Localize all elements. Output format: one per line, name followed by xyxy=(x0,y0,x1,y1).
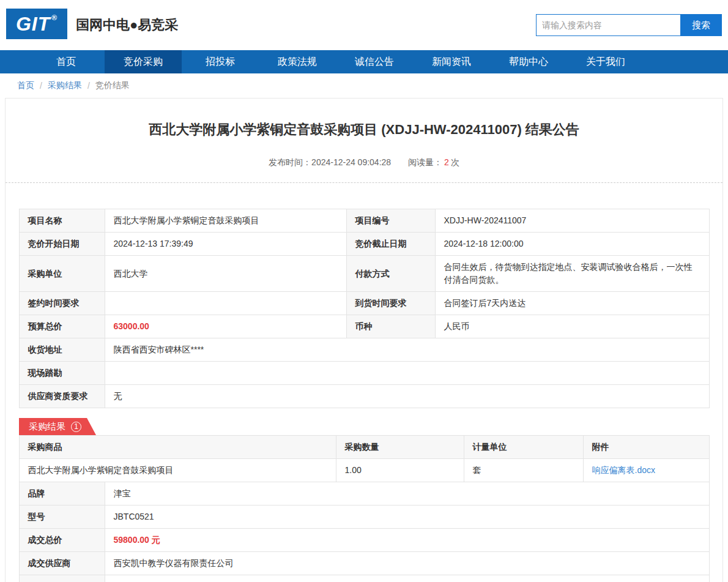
winning-supplier-value: 西安凯中教学仪器有限责任公司 xyxy=(105,552,709,575)
purchaser-value: 西北大学 xyxy=(105,256,346,292)
publish-time-value: 2024-12-24 09:04:28 xyxy=(311,157,391,167)
table-header-row: 采购商品 采购数量 计量单位 附件 xyxy=(19,436,709,459)
site-survey-label: 现场踏勘 xyxy=(19,362,105,385)
search-bar: 搜索 xyxy=(536,14,722,36)
table-row: 现场踏勘 xyxy=(19,362,709,385)
publish-time-label: 发布时间： xyxy=(269,157,311,167)
table-row: 项目名称 西北大学附属小学紫铜定音鼓采购项目 项目编号 XDJJ-HW-2024… xyxy=(19,209,709,233)
bid-start-date-value: 2024-12-13 17:39:49 xyxy=(105,233,346,256)
site-header: GIT® 国网中电●易竞采 搜索 xyxy=(0,0,728,50)
table-row: 成交供应商 西安凯中教学仪器有限责任公司 xyxy=(19,552,709,575)
table-row: 成交总价 59800.00 元 xyxy=(19,529,709,552)
breadcrumb-procurement-results[interactable]: 采购结果 xyxy=(48,80,82,91)
nav-item-integrity-notices[interactable]: 诚信公告 xyxy=(336,50,413,73)
views-count: 2 xyxy=(444,157,449,167)
site-name: 国网中电●易竞采 xyxy=(76,0,178,50)
article-meta: 发布时间：2024-12-24 09:04:28阅读量：2次 xyxy=(18,157,710,168)
table-row: 质保及售后服务 质保十年，三年内维护，其中免费质保一年，一年后有需更换零配件及维… xyxy=(19,575,709,582)
table-row: 竞价开始日期 2024-12-13 17:39:49 竞价截止日期 2024-1… xyxy=(19,233,709,256)
purchase-result-badge: 采购结果 1 xyxy=(19,418,96,435)
project-number-value: XDJJ-HW-202411007 xyxy=(435,209,709,233)
column-quantity: 采购数量 xyxy=(336,436,464,459)
search-input[interactable] xyxy=(536,14,680,36)
deal-total-price-label: 成交总价 xyxy=(19,529,105,552)
table-row: 西北大学附属小学紫铜定音鼓采购项目 1.00 套 响应偏离表.docx xyxy=(19,459,709,482)
breadcrumb-separator: / xyxy=(40,81,42,91)
budget-total-label: 预算总价 xyxy=(19,315,105,338)
site-survey-value xyxy=(105,362,709,385)
views-unit: 次 xyxy=(451,157,459,167)
main-nav: 首页 竞价采购 招投标 政策法规 诚信公告 新闻资讯 帮助中心 关于我们 xyxy=(0,50,728,73)
table-row: 品牌 津宝 xyxy=(19,482,709,506)
search-button[interactable]: 搜索 xyxy=(680,14,722,36)
currency-value: 人民币 xyxy=(435,315,709,338)
nav-item-policies[interactable]: 政策法规 xyxy=(259,50,336,73)
breadcrumb: 首页 / 采购结果 / 竞价结果 xyxy=(0,73,728,98)
supplier-qualification-value: 无 xyxy=(105,385,709,408)
winning-supplier-label: 成交供应商 xyxy=(19,552,105,575)
column-attachment: 附件 xyxy=(583,436,709,459)
breadcrumb-separator: / xyxy=(87,81,90,91)
purchaser-label: 采购单位 xyxy=(19,256,105,292)
breadcrumb-current: 竞价结果 xyxy=(95,80,130,91)
nav-item-about-us[interactable]: 关于我们 xyxy=(567,50,644,73)
page-title: 西北大学附属小学紫铜定音鼓采购项目 (XDJJ-HW-202411007) 结果… xyxy=(18,121,710,139)
bid-end-date-value: 2024-12-18 12:00:00 xyxy=(435,233,709,256)
goods-quantity-value: 1.00 xyxy=(336,459,464,482)
table-row: 预算总价 63000.00 币种 人民币 xyxy=(19,315,709,338)
table-row: 采购单位 西北大学 付款方式 合同生效后，待货物到达指定地点、安装调试验收合格后… xyxy=(19,256,709,292)
article-header: 西北大学附属小学紫铜定音鼓采购项目 (XDJJ-HW-202411007) 结果… xyxy=(6,99,722,183)
nav-item-news[interactable]: 新闻资讯 xyxy=(413,50,490,73)
badge-label: 采购结果 xyxy=(29,421,65,433)
logo-text: GIT xyxy=(16,13,50,35)
column-unit: 计量单位 xyxy=(464,436,583,459)
project-info-table: 项目名称 西北大学附属小学紫铜定音鼓采购项目 项目编号 XDJJ-HW-2024… xyxy=(19,209,710,408)
supplier-qualification-label: 供应商资质要求 xyxy=(19,385,105,408)
nav-item-bidding-purchase[interactable]: 竞价采购 xyxy=(105,50,182,73)
delivery-time-label: 到货时间要求 xyxy=(346,292,435,315)
signing-time-label: 签约时间要求 xyxy=(19,292,105,315)
delivery-time-value: 合同签订后7天内送达 xyxy=(435,292,709,315)
purchase-result-table: 采购商品 采购数量 计量单位 附件 西北大学附属小学紫铜定音鼓采购项目 1.00… xyxy=(19,435,710,482)
brand-label: 品牌 xyxy=(19,482,105,506)
delivery-address-value: 陕西省西安市碑林区**** xyxy=(105,338,709,362)
attachment-link[interactable]: 响应偏离表.docx xyxy=(592,465,655,475)
warranty-service-label: 质保及售后服务 xyxy=(19,575,105,582)
goods-unit-value: 套 xyxy=(464,459,583,482)
purchase-result-details-table: 品牌 津宝 型号 JBTC0521 成交总价 59800.00 元 成交供应商 … xyxy=(19,482,710,582)
column-goods: 采购商品 xyxy=(19,436,336,459)
model-label: 型号 xyxy=(19,506,105,529)
views-label: 阅读量： xyxy=(408,157,442,167)
currency-label: 币种 xyxy=(346,315,435,338)
table-row: 签约时间要求 到货时间要求 合同签订后7天内送达 xyxy=(19,292,709,315)
delivery-address-label: 收货地址 xyxy=(19,338,105,362)
logo-registered-mark: ® xyxy=(51,13,58,22)
bid-start-date-label: 竞价开始日期 xyxy=(19,233,105,256)
table-row: 供应商资质要求 无 xyxy=(19,385,709,408)
warranty-service-value: 质保十年，三年内维护，其中免费质保一年，一年后有需更换零配件及维护保养，费用另计… xyxy=(105,575,709,582)
bid-end-date-label: 竞价截止日期 xyxy=(346,233,435,256)
project-number-label: 项目编号 xyxy=(346,209,435,233)
nav-item-help-center[interactable]: 帮助中心 xyxy=(490,50,567,73)
content-panel: 西北大学附属小学紫铜定音鼓采购项目 (XDJJ-HW-202411007) 结果… xyxy=(5,98,723,582)
model-value: JBTC0521 xyxy=(105,506,709,529)
signing-time-value xyxy=(105,292,346,315)
nav-item-tenders[interactable]: 招投标 xyxy=(182,50,259,73)
project-name-label: 项目名称 xyxy=(19,209,105,233)
table-row: 收货地址 陕西省西安市碑林区**** xyxy=(19,338,709,362)
nav-item-home[interactable]: 首页 xyxy=(28,50,105,73)
site-logo[interactable]: GIT® xyxy=(6,9,67,39)
goods-name-value: 西北大学附属小学紫铜定音鼓采购项目 xyxy=(19,459,336,482)
payment-method-label: 付款方式 xyxy=(346,256,435,292)
table-row: 型号 JBTC0521 xyxy=(19,506,709,529)
brand-value: 津宝 xyxy=(105,482,709,506)
project-name-value: 西北大学附属小学紫铜定音鼓采购项目 xyxy=(105,209,346,233)
budget-total-value: 63000.00 xyxy=(105,315,346,338)
payment-method-value: 合同生效后，待货物到达指定地点、安装调试验收合格后，一次性付清合同货款。 xyxy=(435,256,709,292)
badge-number-icon: 1 xyxy=(71,422,81,432)
breadcrumb-home[interactable]: 首页 xyxy=(17,80,34,91)
deal-total-price-value: 59800.00 元 xyxy=(105,529,709,552)
